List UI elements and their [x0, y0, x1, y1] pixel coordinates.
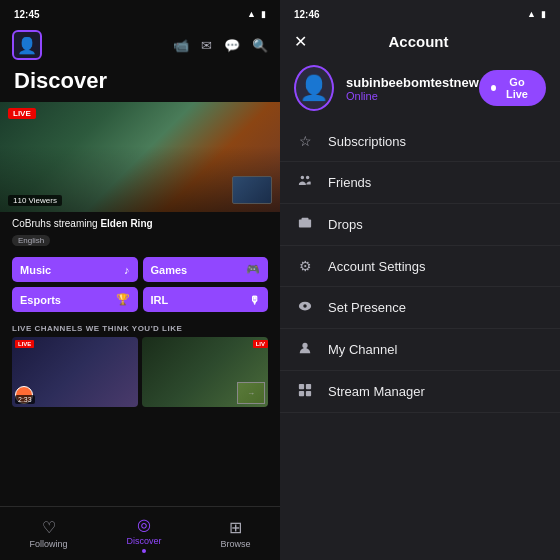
language-tag: English — [12, 235, 50, 246]
user-status: Online — [346, 90, 479, 102]
stream-manager-icon — [294, 383, 316, 400]
friends-label: Friends — [328, 175, 371, 190]
menu-list: ☆ Subscriptions Friends Drops ⚙ Account … — [280, 121, 560, 560]
channel-thumb-2[interactable]: LIV → — [142, 337, 268, 407]
discover-label: Discover — [126, 536, 161, 546]
user-section: 👤 subinbeebomtestnew Online Go Live — [280, 61, 560, 121]
search-icon[interactable]: 🔍 — [252, 38, 268, 53]
category-music[interactable]: Music ♪ — [12, 257, 138, 282]
user-avatar-icon: 👤 — [299, 74, 329, 102]
profile-avatar-box[interactable]: 👤 — [12, 30, 42, 60]
hero-image: LIVE 110 Viewers — [0, 102, 280, 212]
right-status-icons: ▲ ▮ — [527, 9, 546, 19]
channel-thumb-1[interactable]: LIVE 2:33 — [12, 337, 138, 407]
menu-account-settings[interactable]: ⚙ Account Settings — [280, 246, 560, 287]
drops-icon — [294, 216, 316, 233]
live-badge-1: LIVE — [15, 340, 34, 348]
minecraft-preview: → — [237, 382, 265, 404]
live-indicator-dot — [491, 85, 496, 91]
live-channels-title: LIVE CHANNELS WE THINK YOU'D LIKE — [0, 318, 280, 337]
presence-icon — [294, 299, 316, 316]
menu-set-presence[interactable]: Set Presence — [280, 287, 560, 329]
drops-label: Drops — [328, 217, 363, 232]
avatar-icon: 👤 — [17, 36, 37, 55]
svg-rect-6 — [306, 384, 311, 389]
category-irl[interactable]: IRL 🎙 — [143, 287, 269, 312]
stream-manager-label: Stream Manager — [328, 384, 425, 399]
left-time: 12:45 — [14, 9, 40, 20]
live-badge: LIVE — [8, 108, 36, 119]
svg-point-4 — [302, 343, 307, 348]
stream-info: CoBruhs streaming Elden Ring English — [0, 212, 280, 251]
esports-icon: 🏆 — [116, 293, 130, 306]
svg-point-3 — [303, 304, 307, 308]
video-icon[interactable]: 📹 — [173, 38, 189, 53]
svg-rect-5 — [299, 384, 304, 389]
nav-following[interactable]: ♡ Following — [29, 518, 67, 549]
live-badge-2: LIV — [253, 340, 268, 348]
nav-discover[interactable]: ◎ Discover — [126, 515, 161, 553]
streamer-name: CoBruhs streaming Elden Ring — [12, 218, 268, 229]
friends-icon — [294, 174, 316, 191]
go-live-button[interactable]: Go Live — [479, 70, 546, 106]
browse-label: Browse — [220, 539, 250, 549]
menu-drops[interactable]: Drops — [280, 204, 560, 246]
channel-timer: 2:33 — [15, 395, 35, 404]
page-title: Discover — [0, 66, 280, 102]
user-avatar: 👤 — [294, 65, 334, 111]
battery-icon: ▮ — [261, 9, 266, 19]
settings-icon: ⚙ — [294, 258, 316, 274]
following-label: Following — [29, 539, 67, 549]
my-channel-label: My Channel — [328, 342, 397, 357]
viewer-count: 110 Viewers — [8, 195, 62, 206]
subscriptions-icon: ☆ — [294, 133, 316, 149]
discover-icon: ◎ — [137, 515, 151, 534]
set-presence-label: Set Presence — [328, 300, 406, 315]
right-wifi-icon: ▲ — [527, 9, 536, 19]
menu-stream-manager[interactable]: Stream Manager — [280, 371, 560, 413]
left-top-bar: 👤 📹 ✉ 💬 🔍 — [0, 26, 280, 66]
category-games[interactable]: Games 🎮 — [143, 257, 269, 282]
category-grid: Music ♪ Games 🎮 Esports 🏆 IRL 🎙 — [0, 251, 280, 318]
music-icon: ♪ — [124, 264, 130, 276]
active-indicator — [142, 549, 146, 553]
right-status-bar: 12:46 ▲ ▮ — [280, 0, 560, 26]
browse-icon: ⊞ — [229, 518, 242, 537]
left-status-icons: ▲ ▮ — [247, 9, 266, 19]
wifi-icon: ▲ — [247, 9, 256, 19]
subscriptions-label: Subscriptions — [328, 134, 406, 149]
account-header: ✕ Account — [280, 26, 560, 61]
svg-rect-8 — [306, 391, 311, 396]
account-title: Account — [317, 33, 520, 50]
nav-browse[interactable]: ⊞ Browse — [220, 518, 250, 549]
username: subinbeebomtestnew — [346, 75, 479, 90]
account-settings-label: Account Settings — [328, 259, 426, 274]
right-panel: 12:46 ▲ ▮ ✕ Account 👤 subinbeebomtestnew… — [280, 0, 560, 560]
top-bar-icons: 📹 ✉ 💬 🔍 — [173, 38, 268, 53]
right-battery-icon: ▮ — [541, 9, 546, 19]
inbox-icon[interactable]: ✉ — [201, 38, 212, 53]
svg-rect-7 — [299, 391, 304, 396]
following-icon: ♡ — [42, 518, 56, 537]
category-esports[interactable]: Esports 🏆 — [12, 287, 138, 312]
games-icon: 🎮 — [246, 263, 260, 276]
bottom-nav: ♡ Following ◎ Discover ⊞ Browse — [0, 506, 280, 560]
irl-icon: 🎙 — [249, 294, 260, 306]
chat-icon[interactable]: 💬 — [224, 38, 240, 53]
user-info: subinbeebomtestnew Online — [346, 75, 479, 102]
mini-preview — [232, 176, 272, 204]
arrow-icon: → — [247, 389, 255, 398]
close-button[interactable]: ✕ — [294, 32, 307, 51]
my-channel-icon — [294, 341, 316, 358]
live-channels: LIVE 2:33 LIV → — [0, 337, 280, 407]
svg-rect-1 — [302, 218, 309, 222]
right-time: 12:46 — [294, 9, 320, 20]
left-status-bar: 12:45 ▲ ▮ — [0, 0, 280, 26]
menu-friends[interactable]: Friends — [280, 162, 560, 204]
menu-my-channel[interactable]: My Channel — [280, 329, 560, 371]
menu-subscriptions[interactable]: ☆ Subscriptions — [280, 121, 560, 162]
left-panel: 12:45 ▲ ▮ 👤 📹 ✉ 💬 🔍 Discover LIVE 110 Vi… — [0, 0, 280, 560]
